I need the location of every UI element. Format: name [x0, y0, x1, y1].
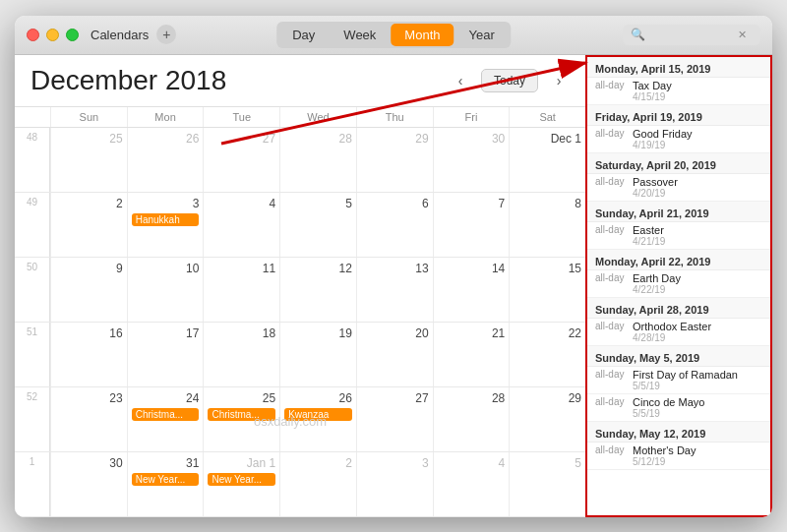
- day-number: 28: [284, 131, 352, 148]
- nav-buttons: ‹ Today ›: [450, 69, 570, 92]
- day-number: 26: [132, 131, 200, 148]
- result-event[interactable]: all-dayOrthodox Easter4/28/19: [587, 319, 770, 346]
- day-number: Jan 1: [208, 455, 275, 472]
- minimize-button[interactable]: [46, 29, 59, 41]
- event-pill[interactable]: Hanukkah: [132, 213, 200, 226]
- calendar-cell[interactable]: 7: [433, 193, 510, 257]
- result-event[interactable]: all-dayTax Day4/15/19: [587, 78, 770, 105]
- maximize-button[interactable]: [66, 29, 79, 41]
- calendar-cell[interactable]: 25Christma...: [203, 387, 279, 451]
- result-event[interactable]: all-dayMother's Day5/12/19: [587, 443, 770, 470]
- result-event-time: all-day: [595, 396, 633, 407]
- calendar-cell[interactable]: 24Christma...: [127, 387, 204, 451]
- calendar-cell[interactable]: 11: [203, 258, 279, 322]
- calendar-cell[interactable]: 10: [127, 258, 204, 322]
- calendar-row: 509101112131415: [15, 258, 585, 323]
- result-event[interactable]: all-dayCinco de Mayo5/5/19: [587, 394, 770, 422]
- calendar-row: 5116171819202122: [15, 323, 585, 387]
- day-number: 3: [361, 455, 429, 472]
- event-pill[interactable]: New Year...: [132, 473, 200, 486]
- today-button[interactable]: Today: [481, 69, 538, 92]
- calendar-cell[interactable]: 30: [50, 452, 127, 516]
- result-date-header: Sunday, April 28, 2019: [587, 298, 770, 319]
- result-event-date: 4/21/19: [633, 236, 762, 247]
- calendar-cell[interactable]: 25: [50, 128, 127, 192]
- result-event[interactable]: all-dayPassover4/20/19: [587, 174, 770, 202]
- calendar-cell[interactable]: 8: [509, 193, 585, 257]
- day-header-fri: Fri: [433, 107, 510, 127]
- calendar-cell[interactable]: 9: [50, 258, 127, 322]
- result-event-name: Good Friday: [633, 128, 762, 140]
- calendar-cell[interactable]: 4: [433, 452, 510, 516]
- event-pill[interactable]: Christma...: [132, 408, 200, 421]
- calendar-cell[interactable]: 6: [356, 193, 433, 257]
- search-clear-button[interactable]: ✕: [738, 29, 747, 41]
- calendar-cell[interactable]: 23: [50, 387, 127, 451]
- calendar-cell[interactable]: 26Kwanzaa: [279, 387, 356, 451]
- calendar-cell[interactable]: 3: [356, 452, 433, 516]
- tab-day[interactable]: Day: [278, 24, 329, 46]
- search-results[interactable]: Monday, April 15, 2019all-dayTax Day4/15…: [585, 55, 772, 517]
- tab-year[interactable]: Year: [454, 24, 508, 46]
- day-number: 16: [55, 325, 123, 342]
- calendar-cell[interactable]: 26: [127, 128, 204, 192]
- result-event[interactable]: all-dayFirst Day of Ramadan5/5/19: [587, 367, 770, 394]
- calendar-cell[interactable]: 2: [279, 452, 356, 516]
- prev-month-button[interactable]: ‹: [450, 70, 471, 91]
- calendar-cell[interactable]: 15: [509, 258, 585, 322]
- result-event-date: 4/19/19: [633, 140, 762, 150]
- day-number: 3: [132, 196, 200, 212]
- result-date-header: Sunday, May 12, 2019: [587, 422, 770, 443]
- calendar-cell[interactable]: 18: [203, 323, 279, 386]
- result-event-info: Mother's Day5/12/19: [633, 444, 762, 467]
- calendar-cell[interactable]: 2: [50, 193, 127, 257]
- result-event[interactable]: all-dayEaster4/21/19: [587, 222, 770, 250]
- calendar-cell[interactable]: 27: [203, 128, 279, 192]
- calendar-cell[interactable]: 28: [433, 387, 510, 451]
- search-input[interactable]: [649, 28, 738, 42]
- result-event-name: Easter: [633, 224, 762, 236]
- view-tabs: Day Week Month Year: [276, 22, 511, 48]
- day-number: 29: [361, 131, 429, 148]
- result-date-header: Sunday, April 21, 2019: [587, 202, 770, 222]
- calendar-cell[interactable]: 12: [279, 258, 356, 322]
- result-event[interactable]: all-dayGood Friday4/19/19: [587, 126, 770, 153]
- calendar-cell[interactable]: 19: [279, 323, 356, 386]
- calendar-cell[interactable]: 21: [433, 323, 510, 386]
- calendar-cell[interactable]: 31New Year...: [127, 452, 204, 516]
- event-pill[interactable]: Kwanzaa: [284, 408, 352, 421]
- result-event-info: Tax Day4/15/19: [633, 80, 762, 102]
- calendar-cell[interactable]: 30: [433, 128, 510, 192]
- calendar-cell[interactable]: 29: [356, 128, 433, 192]
- calendar-cell[interactable]: 14: [433, 258, 510, 322]
- calendar-cell[interactable]: 4: [203, 193, 279, 257]
- calendar-cell[interactable]: 17: [127, 323, 204, 386]
- next-month-button[interactable]: ›: [548, 70, 570, 91]
- day-number: 15: [514, 261, 581, 277]
- tab-month[interactable]: Month: [391, 24, 454, 46]
- calendar-cell[interactable]: 29: [509, 387, 585, 451]
- day-number: 17: [132, 325, 200, 342]
- day-number: 18: [208, 325, 275, 342]
- calendar-cell[interactable]: 27: [356, 387, 433, 451]
- calendar-cell[interactable]: 22: [509, 323, 585, 386]
- calendar-cell[interactable]: Dec 1: [509, 128, 585, 192]
- result-date-header: Sunday, May 5, 2019: [587, 346, 770, 367]
- calendar-cell[interactable]: 20: [356, 323, 433, 386]
- event-pill[interactable]: Christma...: [208, 408, 275, 421]
- calendar-cell[interactable]: 28: [279, 128, 356, 192]
- tab-week[interactable]: Week: [330, 24, 390, 46]
- calendar-cell[interactable]: 5: [509, 452, 585, 516]
- calendar-cell[interactable]: 16: [50, 323, 127, 386]
- calendar-cell[interactable]: 5: [279, 193, 356, 257]
- event-pill[interactable]: New Year...: [208, 473, 275, 486]
- calendar-cell[interactable]: 3Hanukkah: [127, 193, 204, 257]
- result-event-date: 4/15/19: [633, 91, 762, 102]
- calendar-cell[interactable]: 13: [356, 258, 433, 322]
- day-header-sat: Sat: [509, 107, 585, 127]
- day-number: 5: [284, 196, 352, 212]
- result-event[interactable]: all-dayEarth Day4/22/19: [587, 270, 770, 298]
- add-calendar-button[interactable]: +: [156, 25, 176, 44]
- close-button[interactable]: [27, 29, 39, 41]
- calendar-cell[interactable]: Jan 1New Year...: [203, 452, 279, 516]
